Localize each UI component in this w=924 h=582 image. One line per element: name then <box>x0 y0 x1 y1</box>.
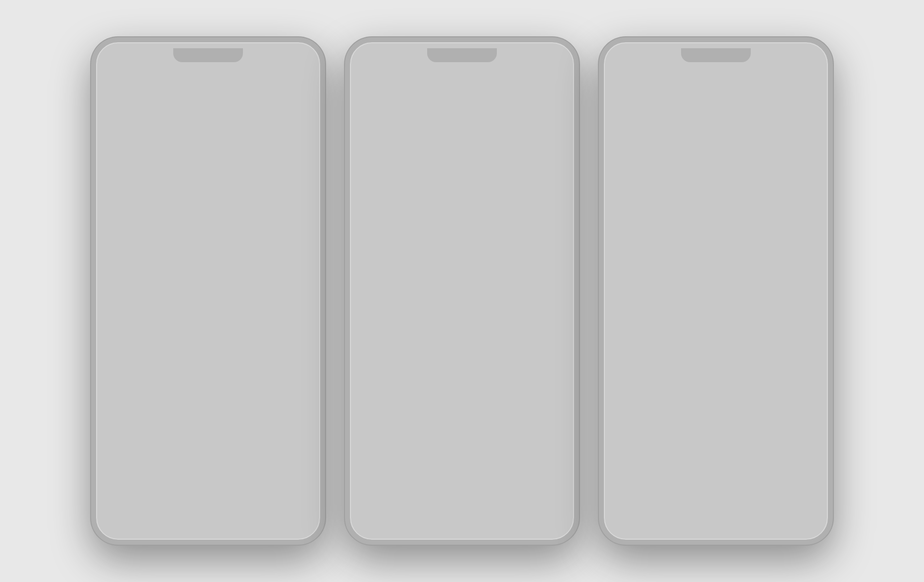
tab-apps-3[interactable]: ⊞ Apps <box>693 226 738 246</box>
share-icon-2[interactable]: ⎆ <box>560 111 566 122</box>
p2-left-panel: 9:41 ▌▌▌▾▓ LIVE 📍 <box>350 186 462 320</box>
games-icon-3: 🚀 <box>665 226 678 239</box>
wifi-icon-2: ▾ <box>545 50 548 58</box>
broadcast-info-blackmtn: Black Mountain San Bernardino National F… <box>499 251 570 276</box>
app-subtitle-1: Start the Ascent <box>166 96 312 104</box>
screenshots-area-1: 9:41 ▌▌▌ ▾ ▓ ☀️ San Francisco <box>96 186 320 358</box>
broadcasts-panel-2: ‹ Browse Broadcasts Mt Whitney Whitney P… <box>462 194 574 320</box>
games-label-3: Games <box>663 240 679 246</box>
p2-right-panel: 9:41 ▌▌▌▾▓ ‹ Browse Broadcasts <box>462 186 574 320</box>
broadcast-user-whitney: 👤 Cory Quinn <box>499 230 570 235</box>
rating-awards-3: AWARDS Editors'Choice Apps <box>660 149 716 180</box>
elev-bar-9 <box>692 192 701 219</box>
search-icon-3: 🔍 <box>799 226 812 239</box>
rating-value-3: 4.7 <box>606 158 658 170</box>
tab-apps-2[interactable]: ⊞ Apps <box>440 325 484 345</box>
tab-arcade-2[interactable]: 🕹 Arcade <box>484 325 529 345</box>
apps-icon-2: ⊞ <box>458 325 466 338</box>
chat-msg-1: Good luck!!🎉 <box>353 296 459 307</box>
wifi-icon-1: ▾ <box>291 50 294 58</box>
ss-right-photo-1: 9:41 ▌▌▌ ▾ ▓ Briones Crest Briones Regio… <box>220 186 321 358</box>
live-badge-1: ● Live <box>195 280 209 285</box>
iap-text-1: In-AppPurchases <box>211 109 237 124</box>
ratings-row-3: 41K RATINGS 4.7 ★★★★☆ AWARDS Editors'Cho… <box>604 144 828 186</box>
nav-back-2[interactable]: ‹ Search <box>350 62 574 79</box>
broadcast-name-whitney: Mt Whitney <box>499 218 570 224</box>
photo-time-1: 9:41 <box>224 188 232 193</box>
tab-bar-3: ⊟ Today 🚀 Games ⊞ Apps 🕹 Arcade 🔍 Search <box>604 221 828 254</box>
rating-charts-1: CHARTS #3 Health & F <box>264 149 320 180</box>
broadcast-name-blackmtn: Black Mountain <box>499 251 570 257</box>
share-icon-1[interactable]: ⎆ <box>306 111 312 122</box>
battery-icon-3: ▓ <box>805 49 814 59</box>
today-label-2: Today <box>366 339 379 345</box>
broadcast-item-whitney[interactable]: Mt Whitney Whitney Portal, California 👤 … <box>466 218 570 247</box>
trail-card-briones-1[interactable]: Briones Crest Briones Regional Park ⏱ 3-… <box>104 224 212 264</box>
chat-msg-3: Send It!👬 <box>353 318 459 320</box>
rating-label-age-2: AGE RATING <box>464 152 516 157</box>
app-info-3: Mountain Climber Start the Ascent GET In… <box>674 83 820 124</box>
get-button-1[interactable]: GET <box>166 109 205 124</box>
live-badge-2: LIVE <box>443 196 459 203</box>
tab-games-2[interactable]: 🚀 Games <box>395 325 440 345</box>
tab-search-1[interactable]: 🔍 Search <box>275 362 320 382</box>
status-time-3: 9:41 <box>618 50 633 58</box>
nav-back-3[interactable]: ‹ Search <box>604 62 828 79</box>
broadcast-item-blackmtn[interactable]: Black Mountain San Bernardino National F… <box>466 251 570 281</box>
live-badge-container-2: LIVE <box>350 194 462 205</box>
arcade-icon-3: 🕹 <box>755 226 766 239</box>
rating-charts-3: CHARTS #3 Health & F <box>772 149 828 180</box>
broadcast-loc-blackmtn: San Bernardino National Forest <box>499 257 570 262</box>
search-label-2: Search <box>544 339 560 345</box>
editors-choice-2: Editors'Choice <box>408 158 460 170</box>
rating-age-3: AGE RATING 9+ Years <box>716 149 773 180</box>
app-get-row-2: GET In-AppPurchases ⎆ <box>420 109 566 124</box>
saved-see-all-1[interactable]: See All <box>196 216 211 221</box>
tab-today-1[interactable]: ⊟ Today <box>96 362 141 382</box>
editors-choice-1: Editors'Choice <box>154 158 206 170</box>
p2-right-status-icons: ▌▌▌▾▓ <box>554 188 571 193</box>
tab-today-2[interactable]: ⊟ Today <box>350 325 395 345</box>
location-row-1: ☀️ San Francisco 76° <box>100 197 216 213</box>
map-placeholder-2: 📍 <box>350 205 462 280</box>
rating-ratings-3: 41K RATINGS 4.7 ★★★★☆ <box>604 149 660 180</box>
rating-age-2: AGE RATING 9+ Years <box>462 149 519 180</box>
broadcast-item-clyde[interactable]: Clyde Minaret <box>466 285 570 313</box>
tab-games-3[interactable]: 🚀 Games <box>649 226 693 246</box>
get-button-3[interactable]: GET <box>674 109 713 124</box>
rating-stars-3: ★★★★☆ <box>606 171 658 177</box>
photo-stats-1: ⏱ 3-15h ↔ 7.9 mi <box>224 349 317 354</box>
today-label-1: Today <box>112 377 125 382</box>
get-button-2[interactable]: GET <box>420 109 459 124</box>
elev-bar-5 <box>649 196 659 219</box>
tab-games-1[interactable]: 🚀 Games <box>141 362 186 382</box>
nav-back-1[interactable]: ‹ Search <box>96 62 320 79</box>
notch-2 <box>432 42 492 56</box>
rating-ratings-1: 41K RATINGS 4.7 ★★★★☆ <box>96 149 152 180</box>
browse-back-2[interactable]: ‹ Browse <box>466 197 570 203</box>
broadcast-user-blackmtn: 👤 Cindy Cheung <box>499 263 570 268</box>
tab-today-3[interactable]: ⊟ Today <box>604 226 649 246</box>
tab-arcade-3[interactable]: 🕹 Arcade <box>738 226 783 246</box>
battery-icon-1: ▓ <box>297 49 306 59</box>
map-status-3: 9:41 ▌▌▌▾▓ <box>604 188 768 193</box>
rating-label-awards-1: AWARDS <box>154 152 206 157</box>
nearby-thumb-2 <box>136 331 166 354</box>
tab-apps-1[interactable]: ⊞ Apps <box>186 362 231 382</box>
nearby-see-all-1[interactable]: See All <box>196 323 211 329</box>
tab-search-3[interactable]: 🔍 Search <box>783 226 828 246</box>
chevron-left-icon-1: ‹ <box>104 65 108 75</box>
tab-arcade-1[interactable]: 🕹 Arcade <box>231 362 275 382</box>
trail-card-overlay-1: Briones Crest Briones Regional Park ⏱ 3-… <box>104 244 212 264</box>
broadcast-card-1[interactable]: Black Mountain San Bernadino National Fo… <box>104 278 212 317</box>
app-subtitle-3: Start the Ascent <box>674 96 820 104</box>
mini-battery-l1: ▓ <box>210 192 213 196</box>
tab-search-2[interactable]: 🔍 Search <box>529 325 574 345</box>
phone-2-screen: 9:41 ▌▌▌▌ ▾ ▓ ‹ Search <box>350 42 574 540</box>
elev-bar-2 <box>617 207 627 219</box>
elev-bar-14 <box>744 207 754 219</box>
p3-left-panel: 9:41 ▌▌▌▾▓ ⏸ <box>604 186 768 221</box>
mini-time-l1: 9:41 <box>103 192 112 196</box>
share-icon-3[interactable]: ⎆ <box>814 111 820 122</box>
broadcasts-see-all-1[interactable]: See All <box>196 270 211 275</box>
